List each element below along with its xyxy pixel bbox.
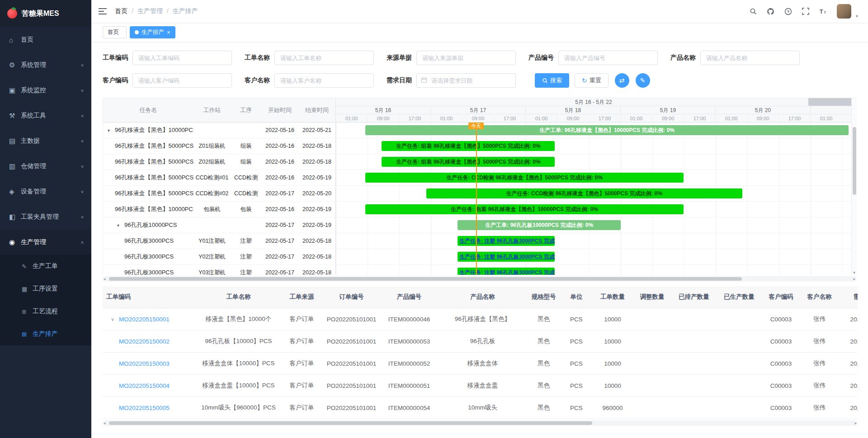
col-workstation: 工作站 <box>193 106 231 114</box>
filter-input[interactable] <box>274 73 374 88</box>
scroll-left-arrow-icon[interactable]: ◂ <box>104 276 106 282</box>
gantt-task-row[interactable]: 96孔移液盒【黑色】10000PCS 包装机 包装 2022-05-16 202… <box>103 202 335 217</box>
page-tab[interactable]: 首页 <box>103 26 127 38</box>
gantt-bar[interactable]: 生产任务: CCD检测 96孔移液盒【黑色】5000PCS 完成比例: 0% <box>365 173 684 183</box>
breadcrumb-item[interactable]: 首页 <box>115 7 127 15</box>
topbar: 首页生产管理生产排产 ? TT ▾ <box>91 0 868 23</box>
timeline-day-label: 5月 18 <box>526 106 621 114</box>
end-time-cell: 2022-05-20 <box>298 190 335 197</box>
table-row[interactable]: ∨ MO202205150001 移液盒【黑色】10000个 客户订单 PO20… <box>103 308 858 330</box>
sidebar-subitem[interactable]: ▦ 工序设置 <box>0 278 91 300</box>
date-input[interactable] <box>416 73 516 88</box>
sidebar-item[interactable]: ⚙ 系统管理 ∨ <box>0 52 91 78</box>
search-button[interactable]: 搜索 <box>535 73 569 88</box>
sidebar-item[interactable]: ⚒ 系统工具 ∨ <box>0 103 91 128</box>
filter-input[interactable] <box>132 51 232 65</box>
expand-caret-icon[interactable]: ▾ <box>117 223 124 228</box>
expand-caret-icon[interactable]: ▾ <box>108 128 115 133</box>
gantt-bar[interactable]: 生产任务: 组装 96孔移液盒【黑色】5000PCS 完成比例: 0% <box>382 141 555 151</box>
col-produced-qty: 已生产数量 <box>717 293 762 301</box>
sidebar-item[interactable]: ⌂ 首页 <box>0 27 91 52</box>
table-row[interactable]: MO202205150003 移液盒盒体【10000】PCS 客户订单 PO20… <box>103 353 858 375</box>
sidebar-subitem[interactable]: ⊞ 生产排产 <box>0 323 91 345</box>
tab-close-icon[interactable]: × <box>167 29 170 35</box>
sidebar-subitem[interactable]: ✎ 生产工单 <box>0 255 91 278</box>
workorder-name-cell: 移液盒盒体【10000】PCS <box>197 359 280 367</box>
scroll-right-arrow-icon[interactable]: ▸ <box>854 420 857 426</box>
app-logo[interactable]: 苦糖果MES <box>0 0 91 27</box>
gantt-task-row[interactable]: 96孔移液盒【黑色】5000PCS Z01组装机 组装 2022-05-16 2… <box>103 138 335 154</box>
gantt-vertical-scrollbar[interactable]: ▾ <box>851 98 857 275</box>
gantt-bar[interactable]: 生产任务: 注塑 96孔孔板3000PCS 完成比例: 0% <box>458 268 555 275</box>
workorder-link[interactable]: MO202205150001 <box>119 316 170 323</box>
breadcrumb-item[interactable]: 生产排产 <box>163 7 198 15</box>
menu-label: 系统工具 <box>21 112 80 120</box>
sidebar-subitem[interactable]: ≣ 工艺流程 <box>0 300 91 323</box>
quantity-cell: 10000 <box>592 316 633 323</box>
row-expand-caret-icon[interactable]: ∨ <box>106 316 119 322</box>
col-workorder-name: 工单名称 <box>197 293 280 301</box>
filter-input[interactable] <box>700 51 800 65</box>
sidebar-item[interactable]: ◉ 生产管理 ∧ <box>0 230 91 255</box>
gantt-bar[interactable]: 生产任务: 包装 96孔移液盒【黑色】10000PCS 完成比例: 0% <box>365 204 684 214</box>
sidebar-toggle-icon[interactable] <box>99 8 107 14</box>
scrollbar-thumb[interactable] <box>109 277 742 281</box>
gantt-bar[interactable]: 生产工单: 96孔孔板10000PCS 完成比例: 0% <box>458 220 621 230</box>
reset-button[interactable]: ↻ 重置 <box>575 73 609 88</box>
gantt-task-row[interactable]: 96孔孔板3000PCS Y03注塑机 注塑 2022-05-17 2022-0… <box>103 265 335 275</box>
filter-input[interactable] <box>558 51 658 65</box>
submenu-icon: ✎ <box>22 263 33 270</box>
breadcrumb-item[interactable]: 生产管理 <box>127 7 163 15</box>
workorder-link[interactable]: MO202205150002 <box>119 338 170 345</box>
gantt-task-row[interactable]: 96孔移液盒【黑色】5000PCS CCD检测#02 CCD检测 2022-05… <box>103 186 335 202</box>
github-icon[interactable] <box>767 8 774 15</box>
sidebar-item[interactable]: ▤ 主数据 ∨ <box>0 128 91 154</box>
gantt-chart-body: 今天 生产工单: 96孔移液盒【黑色】10000PCS 完成比例: 0% 生产任… <box>336 122 851 275</box>
col-item-no: 产品编号 <box>380 293 439 301</box>
sidebar-item[interactable]: ▥ 仓储管理 ∨ <box>0 154 91 179</box>
gantt-bar[interactable]: 生产任务: 注塑 96孔孔板3000PCS 完成比例: 0% <box>458 252 555 262</box>
workorder-link[interactable]: MO202205150003 <box>119 360 170 367</box>
fullscreen-icon[interactable] <box>802 8 809 15</box>
gantt-task-row[interactable]: 96孔移液盒【黑色】5000PCS Z02组装机 组装 2022-05-16 2… <box>103 154 335 170</box>
scroll-down-arrow-icon[interactable]: ▾ <box>852 270 857 275</box>
sidebar-item[interactable]: ◈ 设备管理 ∨ <box>0 179 91 204</box>
table-row[interactable]: MO202205150005 10mm吸头【960000】PCS 客户订单 PO… <box>103 397 858 419</box>
table-row[interactable]: MO202205150004 移液盒盒盖【10000】PCS 客户订单 PO20… <box>103 375 858 397</box>
gantt-bar[interactable]: 生产工单: 96孔移液盒【黑色】10000PCS 完成比例: 0% <box>365 125 849 135</box>
refresh-gantt-button[interactable]: ⇄ <box>615 73 629 88</box>
workorder-link[interactable]: MO202205150005 <box>119 405 170 411</box>
scroll-left-arrow-icon[interactable]: ◂ <box>104 420 106 426</box>
user-avatar[interactable] <box>837 4 851 19</box>
gantt-bar[interactable]: 生产任务: 注塑 96孔孔板3000PCS 完成比例: 0% <box>458 236 555 246</box>
filter-input[interactable] <box>274 51 374 65</box>
scrollbar-thumb[interactable] <box>853 127 856 195</box>
menu-icon: ◈ <box>9 188 21 196</box>
filter-input[interactable] <box>416 51 516 65</box>
edit-schedule-button[interactable]: ✎ <box>636 73 650 88</box>
gantt-task-row[interactable]: 96孔移液盒【黑色】5000PCS CCD检测#01 CCD检测 2022-05… <box>103 170 335 186</box>
menu-icon: ⚙ <box>9 61 21 69</box>
page-tab[interactable]: 生产排产 × <box>130 26 175 38</box>
gantt-bar[interactable]: 生产任务: CCD检测 96孔移液盒【黑色】5000PCS 完成比例: 0% <box>426 188 743 198</box>
filter-input[interactable] <box>132 73 232 88</box>
gantt-task-row[interactable]: 96孔孔板3000PCS Y02注塑机 注塑 2022-05-17 2022-0… <box>103 249 335 265</box>
spec-cell: 黑色 <box>527 381 561 390</box>
gantt-bar[interactable]: 生产任务: 组装 96孔移液盒【黑色】5000PCS 完成比例: 0% <box>382 157 555 167</box>
font-size-icon[interactable]: TT <box>819 8 827 15</box>
help-icon[interactable]: ? <box>784 8 792 15</box>
scrollbar-thumb[interactable] <box>109 421 592 425</box>
scroll-right-arrow-icon[interactable]: ▸ <box>853 276 855 282</box>
gantt-task-row[interactable]: ▾ 96孔孔板10000PCS 2022-05-17 2022-05-19 <box>103 217 335 233</box>
sidebar-item[interactable]: ◧ 工装夹具管理 ∨ <box>0 204 91 230</box>
gantt-task-row[interactable]: 96孔孔板3000PCS Y01注塑机 注塑 2022-05-17 2022-0… <box>103 233 335 249</box>
table-row[interactable]: MO202205150002 96孔孔板【10000】PCS 客户订单 PO20… <box>103 330 858 353</box>
table-horizontal-scrollbar[interactable]: ◂ ▸ <box>103 420 858 426</box>
gantt-horizontal-scrollbar[interactable]: ◂ ▸ <box>103 276 856 282</box>
col-source: 工单来源 <box>280 293 323 301</box>
gantt-task-row[interactable]: ▾ 96孔移液盒【黑色】10000PCS 2022-05-16 2022-05-… <box>103 122 335 138</box>
tab-label: 生产排产 <box>142 28 164 36</box>
sidebar-item[interactable]: ▣ 系统监控 ∨ <box>0 78 91 103</box>
workorder-link[interactable]: MO202205150004 <box>119 382 170 389</box>
search-icon[interactable] <box>750 8 757 15</box>
